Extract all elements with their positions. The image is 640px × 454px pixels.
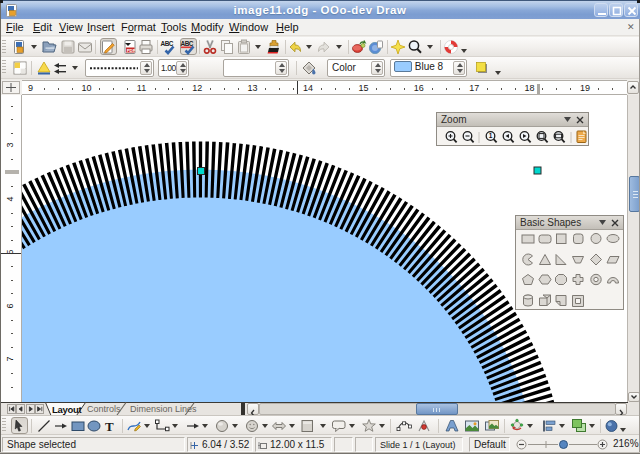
svg-text:PDF: PDF xyxy=(127,48,136,53)
svg-text:ABC: ABC xyxy=(161,40,174,47)
svg-text:T: T xyxy=(105,419,114,434)
svg-text:ABC: ABC xyxy=(181,40,194,47)
svg-text:Layout: Layout xyxy=(52,404,82,415)
svg-text:Controls: Controls xyxy=(87,404,121,414)
svg-text:1: 1 xyxy=(489,132,493,139)
